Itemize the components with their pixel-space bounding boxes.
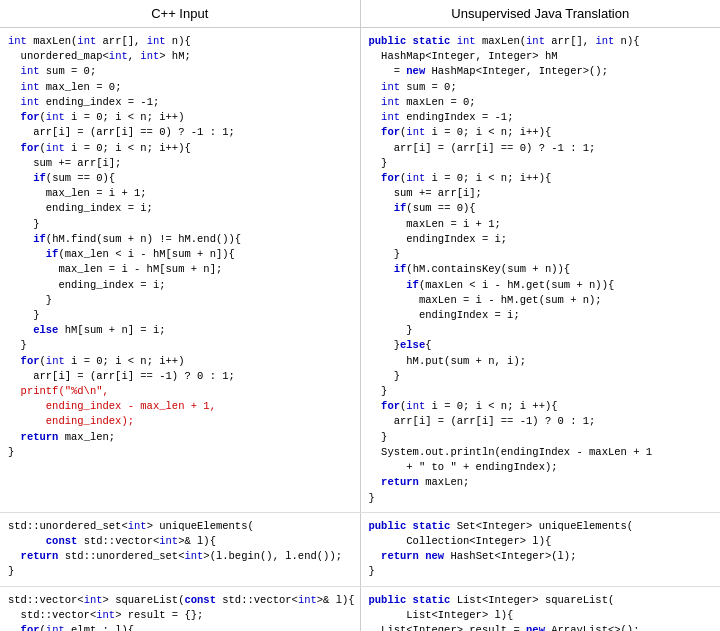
header-left: C++ Input <box>0 0 361 27</box>
section-1-left: int maxLen(int arr[], int n){ unordered_… <box>0 28 361 512</box>
section-3-left: std::vector<int> squareList(const std::v… <box>0 587 361 631</box>
header-row: C++ Input Unsupervised Java Translation <box>0 0 720 28</box>
section-2-left: std::unordered_set<int> uniqueElements( … <box>0 513 361 586</box>
section-2-row: std::unordered_set<int> uniqueElements( … <box>0 513 720 587</box>
section-2-right: public static Set<Integer> uniqueElement… <box>361 513 721 586</box>
section-1-right: public static int maxLen(int arr[], int … <box>361 28 721 512</box>
section-1-row: int maxLen(int arr[], int n){ unordered_… <box>0 28 720 513</box>
header-right: Unsupervised Java Translation <box>361 0 721 27</box>
section-3-row: std::vector<int> squareList(const std::v… <box>0 587 720 631</box>
page-container: C++ Input Unsupervised Java Translation … <box>0 0 720 631</box>
section-3-right: public static List<Integer> squareList( … <box>361 587 721 631</box>
